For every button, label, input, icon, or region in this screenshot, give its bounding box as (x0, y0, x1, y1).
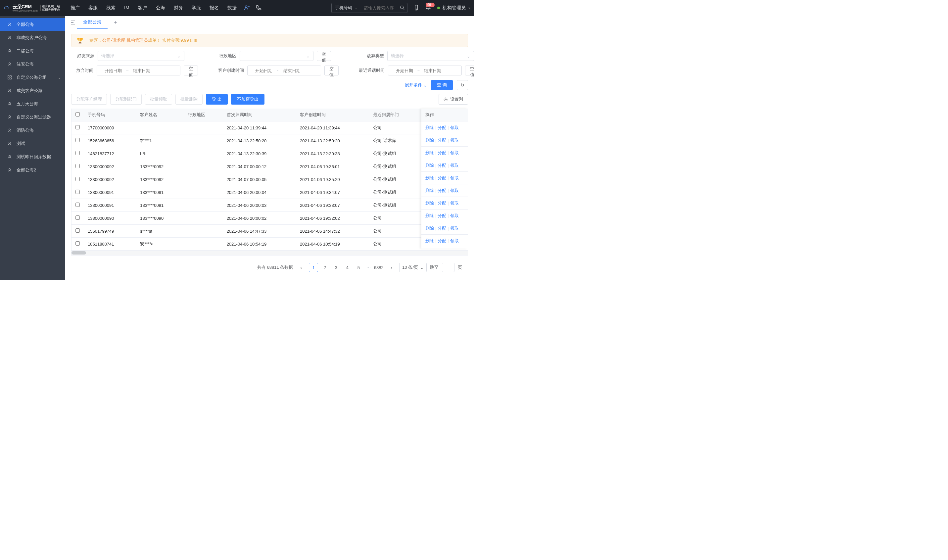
action-领取[interactable]: 领取 (450, 238, 459, 244)
user-menu[interactable]: 机构管理员 ▾ (437, 5, 470, 11)
action-删除[interactable]: 删除 (425, 150, 434, 156)
action-分配[interactable]: 分配 (438, 200, 446, 206)
search-type-select[interactable]: 手机号码 ⌄ (331, 3, 361, 13)
abandon-end-input[interactable] (129, 68, 155, 73)
row-checkbox[interactable] (71, 173, 84, 186)
pager-last-page[interactable]: 6882 (374, 263, 383, 272)
action-分配[interactable]: 分配 (438, 175, 446, 181)
sidebar-item-3[interactable]: 注安公海 (0, 58, 65, 71)
create-start-input[interactable] (251, 68, 277, 73)
row-checkbox[interactable] (71, 160, 84, 173)
phone-icon[interactable] (256, 5, 262, 12)
top-nav-item-2[interactable]: 线索 (106, 5, 115, 11)
pager-page-4[interactable]: 4 (343, 263, 352, 272)
sidebar-item-1[interactable]: 非成交客户公海 (0, 31, 65, 45)
filter-friend-source-select[interactable]: 请选择⌄ (98, 51, 185, 61)
filter-abandon-time-empty-button[interactable]: 空值 (184, 66, 198, 75)
row-checkbox[interactable] (71, 199, 84, 212)
pager-size-select[interactable]: 10 条/页⌄ (399, 263, 427, 272)
expand-filters-link[interactable]: 展开条件⌄ (405, 82, 427, 88)
action-分配[interactable]: 分配 (438, 163, 446, 168)
pager-next[interactable]: › (386, 263, 396, 272)
sidebar-item-0[interactable]: 全部公海 (0, 18, 65, 31)
action-删除[interactable]: 删除 (425, 137, 434, 143)
tab-add-button[interactable]: ＋ (109, 19, 122, 26)
top-nav-item-9[interactable]: 数据 (228, 5, 237, 11)
row-checkbox[interactable] (71, 225, 84, 238)
action-领取[interactable]: 领取 (450, 225, 459, 231)
sidebar-item-11[interactable]: 全部公海2 (0, 163, 65, 177)
action-删除[interactable]: 删除 (425, 238, 434, 244)
action-删除[interactable]: 删除 (425, 225, 434, 231)
sidebar-item-2[interactable]: 二咨公海 (0, 45, 65, 58)
batch-take-button[interactable]: 批量领取 (145, 94, 172, 105)
action-删除[interactable]: 删除 (425, 125, 434, 131)
pager-page-2[interactable]: 2 (320, 263, 329, 272)
lastcall-start-input[interactable] (392, 68, 417, 73)
row-checkbox[interactable] (71, 238, 84, 251)
filter-create-time-empty-button[interactable]: 空值 (325, 66, 339, 75)
row-checkbox[interactable] (71, 122, 84, 134)
export-plain-button[interactable]: 不加密导出 (231, 94, 265, 105)
action-领取[interactable]: 领取 (450, 150, 459, 156)
filter-region-select[interactable]: ⌄ (240, 51, 314, 61)
pager-jump-input[interactable] (442, 263, 454, 272)
row-checkbox[interactable] (71, 186, 84, 199)
top-nav-item-6[interactable]: 财务 (174, 5, 183, 11)
sidebar-item-6[interactable]: 五月天公海 (0, 97, 65, 111)
abandon-start-input[interactable] (100, 68, 126, 73)
query-button[interactable]: 查 询 (431, 80, 453, 90)
action-删除[interactable]: 删除 (425, 175, 434, 181)
sidebar-item-7[interactable]: 自定义公海过滤器 (0, 111, 65, 124)
row-checkbox[interactable] (71, 147, 84, 160)
create-end-input[interactable] (279, 68, 305, 73)
assign-dept-button[interactable]: 分配到部门 (110, 94, 142, 105)
filter-last-call-range[interactable]: ~ (388, 66, 462, 75)
horizontal-scrollbar[interactable] (71, 251, 468, 255)
assign-manager-button[interactable]: 分配客户经理 (71, 94, 107, 105)
filter-region-empty-button[interactable]: 空值 (317, 51, 331, 61)
top-nav-item-5[interactable]: 公海 (156, 5, 165, 11)
sidebar-item-8[interactable]: 消防公海 (0, 124, 65, 137)
action-分配[interactable]: 分配 (438, 150, 446, 156)
top-nav-item-4[interactable]: 客户 (138, 5, 147, 11)
top-nav-item-7[interactable]: 学服 (192, 5, 201, 11)
filter-create-time-range[interactable]: ~ (247, 66, 321, 75)
action-领取[interactable]: 领取 (450, 188, 459, 194)
action-分配[interactable]: 分配 (438, 125, 446, 131)
search-icon[interactable] (400, 5, 405, 10)
batch-delete-button[interactable]: 批量删除 (175, 94, 203, 105)
action-分配[interactable]: 分配 (438, 188, 446, 194)
top-nav-item-8[interactable]: 报名 (209, 5, 219, 11)
action-删除[interactable]: 删除 (425, 163, 434, 168)
tab-list-toggle-icon[interactable] (70, 20, 76, 26)
row-checkbox[interactable] (71, 212, 84, 225)
action-分配[interactable]: 分配 (438, 213, 446, 219)
sidebar-item-5[interactable]: 成交客户公海 (0, 84, 65, 97)
device-icon[interactable] (413, 5, 419, 12)
action-删除[interactable]: 删除 (425, 213, 434, 219)
action-删除[interactable]: 删除 (425, 188, 434, 194)
pager-page-1[interactable]: 1 (309, 263, 318, 272)
action-领取[interactable]: 领取 (450, 125, 459, 131)
action-领取[interactable]: 领取 (450, 175, 459, 181)
banner-link[interactable]: 公司-话术库 机构管理员 (102, 38, 148, 43)
lastcall-end-input[interactable] (420, 68, 446, 73)
sidebar-item-9[interactable]: 测试 (0, 137, 65, 150)
tab-active[interactable]: 全部公海 (77, 16, 108, 29)
action-分配[interactable]: 分配 (438, 137, 446, 143)
top-nav-item-3[interactable]: IM (124, 5, 129, 11)
row-checkbox[interactable] (71, 134, 84, 147)
sidebar-item-4[interactable]: 自定义公海分组⌄ (0, 71, 65, 84)
top-nav-item-0[interactable]: 推广 (71, 5, 80, 11)
sidebar-item-10[interactable]: 测试昨日回库数据 (0, 150, 65, 163)
export-button[interactable]: 导 出 (206, 94, 228, 105)
filter-abandon-type-select[interactable]: 请选择⌄ (387, 51, 474, 61)
action-领取[interactable]: 领取 (450, 213, 459, 219)
refresh-button[interactable]: ↻ (457, 80, 468, 90)
filter-abandon-time-range[interactable]: ~ (97, 66, 180, 75)
pager-page-3[interactable]: 3 (331, 263, 341, 272)
filter-last-call-empty-button[interactable]: 空值 (465, 66, 474, 75)
action-分配[interactable]: 分配 (438, 238, 446, 244)
set-columns-button[interactable]: 设置列 (439, 94, 468, 105)
